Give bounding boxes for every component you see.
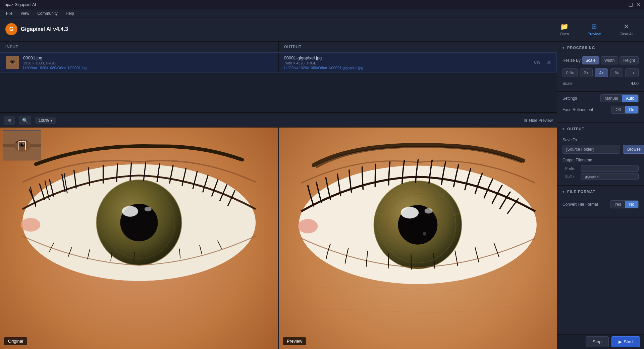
image-preview: Original [0,128,557,349]
face-on-button[interactable]: On [625,106,638,113]
thumbnail-image [3,131,41,160]
right-panel: ▾ PROCESSING Resize By Scale Width Heigh… [557,42,644,349]
app-title: Gigapixel AI v4.4.3 [21,26,68,32]
open-button[interactable]: 📁 Open [554,20,574,39]
face-off-button[interactable]: Off [611,106,625,113]
minimize-button[interactable]: ─ [620,2,625,7]
restore-button[interactable]: ❑ [628,2,633,7]
file-format-header[interactable]: ▾ FILE FORMAT [557,186,644,198]
scale-2x-button[interactable]: 2x [580,68,593,77]
zoom-button[interactable]: 🔍 [19,116,31,125]
svg-point-40 [298,219,318,234]
output-title: OUTPUT [567,127,584,131]
title-bar: Topaz Gigapixel AI ─ ❑ ✕ [0,0,644,9]
prefix-suffix-row: Prefix Suffix [565,165,639,180]
convert-no-button[interactable]: No [625,201,638,208]
scale-value: 4.00 [631,81,639,86]
stop-button[interactable]: Stop [586,336,609,347]
suffix-input[interactable] [581,173,639,180]
svg-point-24 [323,267,324,268]
file-list-header: INPUT OUTPUT [0,42,557,52]
settings-row: Settings Manual Auto [562,94,639,102]
menu-bar: File View Community Help [0,9,644,17]
menu-view[interactable]: View [17,10,33,16]
scale-6x-button[interactable]: 6x [610,68,624,77]
file-remove-button[interactable]: ✕ [547,59,551,66]
hide-preview-button[interactable]: ⊟ Hide Preview [524,118,553,123]
file-format-content: Convert File Format Yes No [557,198,644,217]
panel-spacer [557,217,644,334]
zoom-display[interactable]: 100% ▾ [35,117,56,124]
svg-point-38 [425,208,433,213]
output-chevron-icon: ▾ [562,127,565,131]
file-name: 00001.jpg [23,55,87,60]
scale-0-5x-button[interactable]: 0.5x [562,68,578,77]
output-header[interactable]: ▾ OUTPUT [557,123,644,135]
svg-point-39 [423,232,426,236]
start-label: Start [624,339,633,344]
preview-toolbar: ⊞ 🔍 100% ▾ ⊟ Hide Preview [0,113,557,128]
enhanced-preview: Preview [279,128,557,349]
resize-by-row: Resize By Scale Width Height [562,56,639,64]
prefix-row: Prefix [565,165,639,172]
content-area: INPUT OUTPUT [0,42,644,349]
start-button[interactable]: ▶ Start [611,336,640,347]
thumbnail-preview [3,130,41,160]
resize-scale-button[interactable]: Scale [582,56,599,64]
original-image [0,128,278,349]
main-toolbar: G Gigapixel AI v4.4.3 📁 Open ⊞ Preview ✕… [0,17,644,42]
grid-view-button[interactable]: ⊞ [4,116,15,125]
browse-button[interactable]: Browse [623,145,644,154]
svg-point-2 [11,61,13,63]
processing-content: Resize By Scale Width Height 0.5x 2x 4x … [557,54,644,91]
svg-point-37 [401,207,419,218]
file-format-section: ▾ FILE FORMAT Convert File Format Yes No [557,186,644,217]
file-thumbnail [6,56,19,69]
file-path[interactable]: H:/Обои 1920x1080/Обои 1/00001.jpg [23,66,87,70]
settings-content: Settings Manual Auto Face Refinement Off… [557,92,644,122]
settings-section: Settings Manual Auto Face Refinement Off… [557,92,644,123]
processing-header[interactable]: ▾ PROCESSING [557,42,644,54]
preview-button[interactable]: ⊞ Preview [582,20,606,39]
input-column-header: INPUT [0,42,279,52]
resize-width-button[interactable]: Width [601,56,619,64]
clear-icon: ✕ [624,22,629,31]
original-preview: Original [0,128,279,349]
menu-file[interactable]: File [3,10,16,16]
main-area: INPUT OUTPUT [0,42,557,349]
face-refinement-label: Face Refinement [562,107,611,112]
scale-4x-button[interactable]: 4x [595,68,608,77]
file-format-chevron-icon: ▾ [562,190,565,194]
output-file-name: 00001-gigapixel.jpg [284,55,363,60]
close-button[interactable]: ✕ [636,2,641,7]
logo-letter: G [9,26,13,32]
save-to-input[interactable] [562,145,620,154]
action-bar: Stop ▶ Start [557,334,644,349]
output-filename-row: Output Filename [562,158,639,162]
clear-all-label: Clear All [620,32,633,36]
preview-label: Preview [283,337,306,345]
output-file-dims: 7680 × 4320, sRGB [284,61,363,65]
prefix-input[interactable] [581,165,639,172]
zoom-chevron-icon: ▾ [50,118,52,123]
menu-help[interactable]: Help [62,10,77,16]
convert-yes-button[interactable]: Yes [610,201,625,208]
face-refinement-row: Face Refinement Off On [562,106,639,114]
settings-auto-button[interactable]: Auto [622,95,638,102]
file-row: 00001.jpg 1920 × 1080, sRGB H:/Обои 1920… [0,52,557,72]
clear-all-button[interactable]: ✕ Clear All [614,20,639,39]
output-file-path[interactable]: H:/Обои 1920x1080/Обои 1/00001-gigapixel… [284,66,363,70]
svg-point-8 [22,143,24,145]
menu-community[interactable]: Community [34,10,61,16]
save-to-label: Save To [562,138,639,142]
output-filename-label: Output Filename [562,158,603,162]
enhanced-eye-svg [279,128,557,349]
settings-toggle: Manual Auto [600,94,639,102]
convert-format-toggle: Yes No [610,200,639,208]
enhanced-image [279,128,557,349]
open-label: Open [560,32,569,36]
file-input-cell: 00001.jpg 1920 × 1080, sRGB H:/Обои 1920… [0,53,279,72]
resize-height-button[interactable]: Height [620,56,639,64]
scale-custom-button[interactable]: ...x [625,68,639,77]
settings-manual-button[interactable]: Manual [601,95,622,102]
